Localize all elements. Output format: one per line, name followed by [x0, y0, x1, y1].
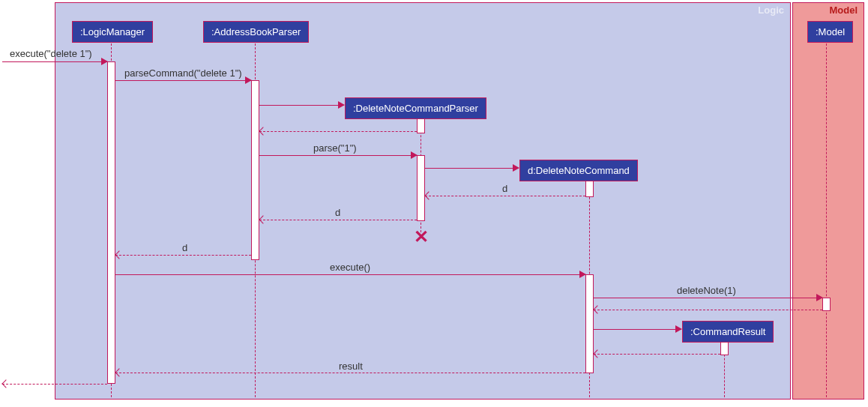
- line-d1: [425, 196, 585, 196]
- frame-model-label: Model: [829, 4, 858, 16]
- line-result: [115, 373, 585, 373]
- frame-logic-label: Logic: [758, 4, 784, 16]
- line-d3: [115, 255, 251, 256]
- line-d2: [259, 220, 417, 220]
- arrow-execute2: [579, 271, 586, 278]
- line-return-command-result: [594, 354, 720, 355]
- participant-command-result: :CommandResult: [682, 321, 774, 343]
- line-execute1: [2, 61, 107, 62]
- arrow-delete-note: [816, 294, 823, 301]
- line-create-command-result: [594, 329, 681, 330]
- participant-delete-note-command-parser: :DeleteNoteCommandParser: [345, 97, 486, 119]
- participant-address-book-parser: :AddressBookParser: [203, 21, 309, 43]
- activation-dncp-1: [417, 118, 425, 133]
- participant-model: :Model: [807, 21, 853, 43]
- msg-parse-command: parseCommand("delete 1"): [124, 67, 242, 79]
- msg-d1: d: [502, 183, 507, 194]
- activation-dncp-2: [417, 155, 425, 221]
- activation-model: [822, 298, 831, 311]
- line-delete-note: [594, 298, 822, 298]
- line-create-dnc: [425, 168, 519, 169]
- line-return-delete-note: [594, 310, 822, 310]
- line-final-return: [2, 384, 107, 385]
- line-execute2: [115, 274, 585, 275]
- arrow-create-dnc: [513, 164, 519, 172]
- participant-delete-note-command: d:DeleteNoteCommand: [519, 160, 638, 181]
- msg-delete-note: deleteNote(1): [677, 285, 736, 296]
- msg-execute1: execute("delete 1"): [10, 48, 92, 59]
- msg-execute2: execute(): [330, 262, 370, 273]
- frame-model: Model: [792, 2, 864, 400]
- participant-logic-manager: :LogicManager: [72, 21, 153, 43]
- activation-dnc-1: [585, 181, 594, 197]
- msg-d2: d: [335, 207, 340, 218]
- activation-logic-manager: [107, 61, 115, 384]
- activation-command-result: [720, 342, 729, 355]
- arrow-parse-command: [245, 76, 252, 84]
- arrow-final-return: [1, 379, 10, 388]
- arrow-execute1: [101, 58, 108, 65]
- activation-address-book-parser: [251, 80, 259, 260]
- line-parse-command: [115, 80, 251, 81]
- msg-d3: d: [182, 242, 187, 253]
- activation-dnc-2: [585, 274, 594, 373]
- line-create-dncp: [259, 105, 344, 106]
- msg-parse1: parse("1"): [313, 142, 357, 154]
- arrow-create-command-result: [675, 325, 682, 333]
- line-parse1: [259, 155, 417, 156]
- sequence-diagram: Logic Model :LogicManager :AddressBookPa…: [0, 0, 868, 407]
- msg-result: result: [339, 361, 363, 372]
- line-return-dncp-create: [259, 131, 417, 132]
- arrow-create-dncp: [338, 101, 345, 109]
- destroy-icon: ✕: [414, 226, 429, 247]
- arrow-parse1: [411, 151, 418, 159]
- lifeline-model: [826, 43, 827, 397]
